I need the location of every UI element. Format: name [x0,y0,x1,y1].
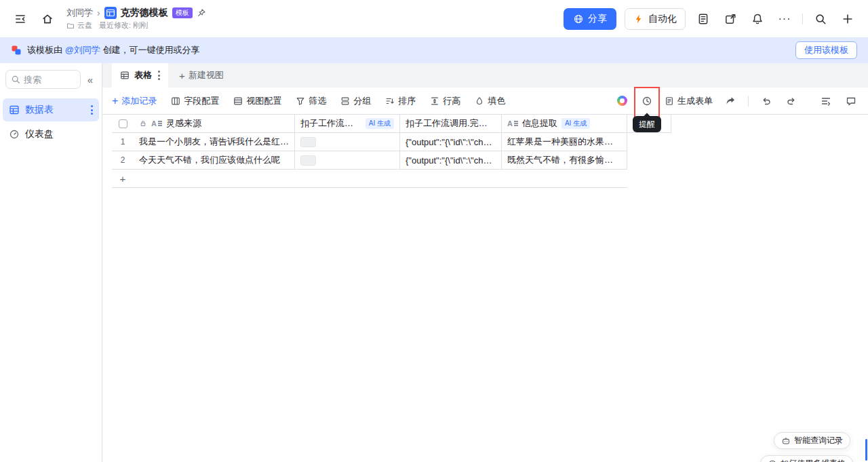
cell-workflow-full[interactable]: {"output":"{\"id\":\"chat… [400,133,502,151]
creator-mention[interactable]: @刘同学 [65,45,100,55]
toolbar: + 添加记录 字段配置 视图配置 筛选 分组 [102,88,868,115]
open-in-app-icon[interactable] [721,9,740,28]
more-icon[interactable]: ··· [775,9,794,28]
banner-text: 该模板由 @刘同学 创建，可一键使用或分享 [27,44,199,56]
use-template-button[interactable]: 使用该模板 [795,41,857,59]
collapse-sidebar-icon[interactable]: « [84,74,96,85]
field-config-button[interactable]: 字段配置 [171,95,219,107]
grid-view-icon [120,71,130,80]
smart-query-button[interactable]: 智能查询记录 [774,432,850,449]
automation-button[interactable]: 自动化 [625,8,686,30]
notification-bell-icon[interactable] [748,9,767,28]
text-field-icon: A [151,120,162,128]
group-icon [340,96,350,106]
share-button[interactable]: 分享 [564,8,616,30]
workflow-chip[interactable] [300,137,316,147]
tab-more-icon[interactable] [158,71,160,80]
cell-source[interactable]: 今天天气不错，我们应该做点什么呢 [134,151,295,170]
column-header-workflow[interactable]: 扣子工作流调用 AI 生成 [295,115,400,133]
plus-icon: + [112,174,134,184]
document-title: 克劳德模板 [121,7,168,19]
row-height-button[interactable]: 行高 [430,95,460,107]
divider [802,14,803,24]
row-number-cell[interactable]: 1 [112,133,134,151]
template-banner: 该模板由 @刘同学 创建，可一键使用或分享 使用该模板 [0,37,868,63]
sidebar-item-datatable[interactable]: 数据表 [3,98,99,121]
fill-color-icon [475,96,484,106]
column-header-source[interactable]: A 灵感来源 [134,115,295,133]
select-all-cell[interactable] [112,115,134,133]
reminder-clock-icon[interactable] [639,94,654,109]
plus-icon: + [112,96,118,107]
bitable-app: 刘同学 › 克劳德模板 模板 云盘 最近修改: 刚 [0,0,868,462]
view-config-button[interactable]: 视图配置 [233,95,281,107]
folder-icon [66,22,75,30]
add-record-button[interactable]: + 添加记录 [112,95,157,107]
location-label: 云盘 [77,20,92,31]
workflow-chip[interactable] [300,155,316,166]
tab-grid-view[interactable]: 表格 [112,63,168,88]
lock-icon [139,119,147,128]
forward-share-icon [725,96,736,107]
add-row-button[interactable]: + [112,170,627,188]
divider [748,96,749,107]
location: 云盘 [66,20,92,31]
comment-icon[interactable] [844,94,859,109]
template-icon [11,45,22,56]
field-config-icon [171,96,180,106]
plus-icon: + [179,71,185,81]
view-tabbar: 表格 + 新建视图 [102,63,868,88]
datatable-more-icon[interactable] [91,105,93,115]
sidebar-toggle-icon[interactable] [11,9,30,28]
pin-icon[interactable] [197,8,206,18]
cell-workflow[interactable] [295,133,400,151]
breadcrumb: 刘同学 › 克劳德模板 模板 云盘 最近修改: 刚 [66,7,206,31]
cell-workflow-full[interactable]: {"output":"{\"id\":\"chat… [400,151,502,170]
create-new-icon[interactable] [838,9,857,28]
group-button[interactable]: 分组 [340,95,371,107]
sort-icon [385,96,395,106]
cell-extract[interactable]: 既然天气不错，有很多愉快的… [502,151,627,170]
cell-source[interactable]: 我是一个小朋友，请告诉我什么是红苹果 [134,133,295,151]
row-height-icon [430,96,439,106]
sort-button[interactable]: 排序 [385,95,416,107]
sidebar: « 数据表 仪表盘 [0,63,102,462]
ai-generated-badge: AI 生成 [366,118,394,129]
breadcrumb-user[interactable]: 刘同学 [66,7,93,19]
table-icon [9,104,20,115]
forward-share-icon[interactable] [723,94,738,109]
search-icon[interactable] [811,9,830,28]
cell-workflow[interactable] [295,151,400,170]
new-view-button[interactable]: + 新建视图 [168,63,235,88]
scroll-indicator[interactable] [865,439,867,461]
generate-form-button[interactable]: 生成表单 [665,95,713,107]
fill-color-button[interactable]: 填色 [475,95,505,107]
home-icon[interactable] [38,9,57,28]
table-settings-icon[interactable] [818,94,833,109]
sidebar-search[interactable] [5,70,81,89]
ai-generated-badge: AI 生成 [561,118,590,129]
column-header-extract[interactable]: A 信息提取 AI 生成 [502,115,627,133]
form-view-icon[interactable] [694,9,713,28]
help-icon [768,459,777,462]
table-row: 1 我是一个小朋友，请告诉我什么是红苹果 {"output":"{\"id\":… [112,133,868,151]
help-button[interactable]: 如何使用多维表格 [760,455,853,462]
main-area: 表格 + 新建视图 + 添加记录 字段配置 [102,63,868,462]
undo-icon[interactable] [759,94,774,109]
search-input[interactable] [24,75,75,85]
search-icon [11,75,20,84]
last-modified: 最近修改: 刚刚 [99,20,148,31]
dashboard-icon [9,129,20,140]
filter-button[interactable]: 筛选 [296,95,326,107]
ai-assistant-icon[interactable] [614,94,629,109]
redo-icon[interactable] [784,94,799,109]
row-number-cell[interactable]: 2 [112,151,134,170]
cell-extract[interactable]: 红苹果是一种美丽的水果，它… [502,133,627,151]
sidebar-item-dashboard[interactable]: 仪表盘 [3,123,99,146]
select-all-checkbox[interactable] [119,119,127,128]
view-config-icon [233,96,243,106]
template-badge: 模板 [172,7,193,18]
text-field-icon: A [507,120,518,128]
column-header-workflow-full[interactable]: 扣子工作流调用.完整响… [400,115,502,133]
header-row: A 灵感来源 扣子工作流调用 AI 生成 扣子工作流调用.完整响… A 信息提取… [112,115,868,133]
